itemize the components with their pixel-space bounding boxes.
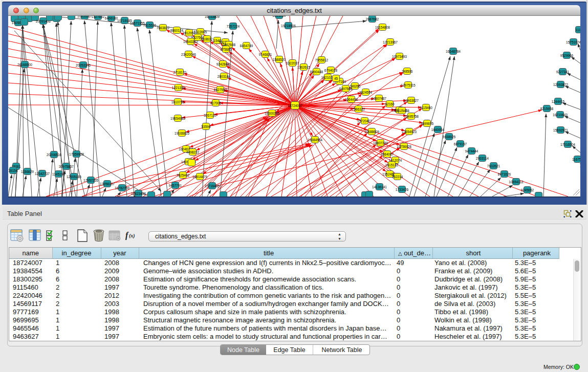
svg-text:(x): (x) — [129, 233, 135, 239]
svg-text:f: f — [125, 231, 129, 240]
